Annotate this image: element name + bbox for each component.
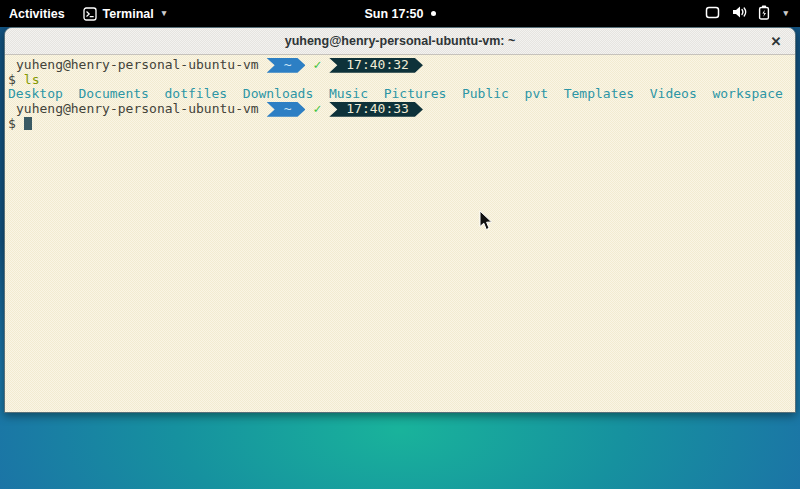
prompt-user-host: yuheng@henry-personal-ubuntu-vm: [16, 58, 259, 73]
status-check-icon: ✓: [313, 58, 321, 73]
mouse-pointer: [479, 210, 493, 231]
terminal-window: yuheng@henry-personal-ubuntu-vm: ~ ✕ yuh…: [4, 27, 796, 413]
top-bar: Activities Terminal ▾ Sun 17:50: [0, 0, 800, 27]
prompt-user-host: yuheng@henry-personal-ubuntu-vm: [16, 102, 259, 117]
chevron-down-icon: ▾: [783, 9, 788, 18]
topbar-left: Activities Terminal ▾: [0, 0, 175, 27]
activities-button[interactable]: Activities: [0, 0, 74, 27]
app-menu-button[interactable]: Terminal ▾: [74, 0, 176, 27]
battery-charging-icon: [758, 5, 770, 23]
prompt-line-1: yuheng@henry-personal-ubuntu-vm ~ ✓ 17:4…: [16, 58, 795, 73]
prompt-symbol: $: [8, 116, 16, 131]
display-icon: [705, 6, 720, 22]
close-icon[interactable]: ✕: [763, 28, 789, 54]
desktop: Activities Terminal ▾ Sun 17:50: [0, 0, 800, 489]
terminal-app-icon: [83, 7, 97, 21]
clock-label: Sun 17:50: [364, 7, 423, 21]
volume-icon: [731, 5, 747, 22]
terminal-body[interactable]: yuheng@henry-personal-ubuntu-vm ~ ✓ 17:4…: [5, 55, 795, 412]
chevron-down-icon: ▾: [162, 9, 167, 18]
text-cursor: [24, 117, 32, 130]
prompt-time-segment: 17:40:32: [329, 58, 423, 73]
prompt-line-2: yuheng@henry-personal-ubuntu-vm ~ ✓ 17:4…: [16, 102, 795, 117]
notification-dot-icon: [431, 11, 436, 16]
window-titlebar[interactable]: yuheng@henry-personal-ubuntu-vm: ~ ✕: [5, 28, 795, 55]
prompt-path-segment: ~: [267, 102, 306, 117]
command-text: ls: [24, 72, 40, 87]
command-line-2: $: [8, 117, 795, 132]
app-menu-label: Terminal: [103, 7, 154, 21]
prompt-symbol: $: [8, 72, 16, 87]
status-check-icon: ✓: [313, 102, 321, 117]
topbar-right: ▾: [693, 0, 800, 27]
clock-button[interactable]: Sun 17:50: [355, 7, 444, 21]
ls-output: Desktop Documents dotfiles Downloads Mus…: [8, 87, 795, 102]
window-title: yuheng@henry-personal-ubuntu-vm: ~: [285, 34, 516, 48]
prompt-path-segment: ~: [267, 58, 306, 73]
prompt-time-segment: 17:40:33: [329, 102, 423, 117]
command-line-1: $ls: [8, 73, 795, 88]
system-menu-button[interactable]: ▾: [693, 0, 800, 27]
